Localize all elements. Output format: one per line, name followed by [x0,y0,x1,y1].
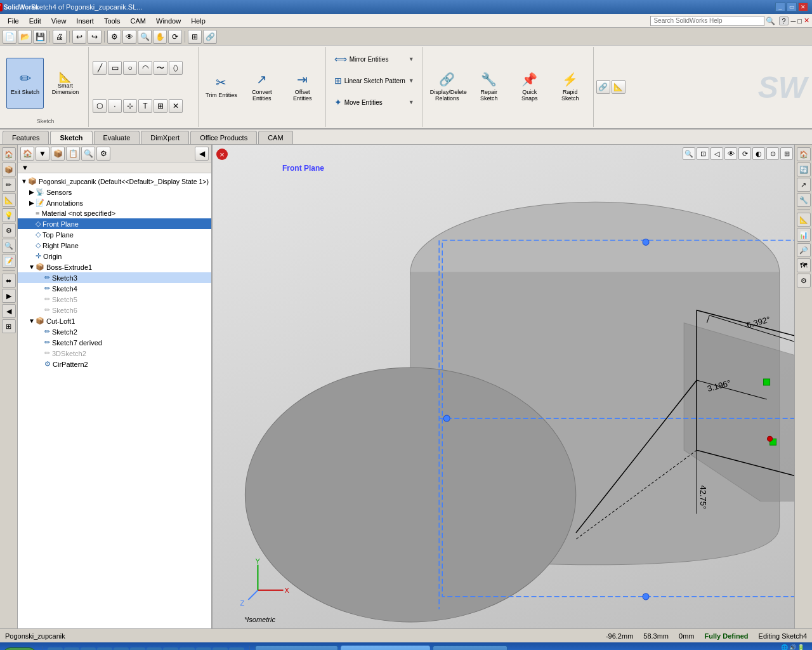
panel-btn-6[interactable]: ⚙ [2,223,16,237]
panel-btn-11[interactable]: ◀ [2,304,16,318]
vp-render-btn[interactable]: ⊙ [766,147,779,160]
tree-item-sketch7-derived[interactable]: ▶ ✏ Sketch7 derived [18,337,211,348]
vp-orient-btn[interactable]: ⟳ [738,147,751,160]
tree-item-sketch3[interactable]: ▶ ✏ Sketch3 [18,272,211,283]
right-btn-8[interactable]: 🗺 [797,258,811,272]
rectangle-button[interactable]: ▭ [108,61,122,75]
vp-view-btn[interactable]: 👁 [724,147,737,160]
move-entities-button[interactable]: ✦ Move Entities ▼ [330,93,419,112]
tree-item-boss-extrude1[interactable]: ▼ 📦 Boss-Extrude1 [18,262,211,272]
viewport-close-button[interactable]: × [216,149,228,160]
convert-entities-button[interactable]: ↗ Convert Entities [243,62,281,112]
relations-btn[interactable]: 🔗 [596,80,610,94]
tree-icon-btn2[interactable]: 📋 [66,147,80,161]
vp-prev-btn[interactable]: ◁ [710,147,723,160]
minimize-button[interactable]: _ [775,3,785,11]
tree-icon-btn3[interactable]: 🔍 [81,147,95,161]
pan-button[interactable]: ✋ [153,30,167,44]
tab-features[interactable]: Features [3,131,49,144]
viewport[interactable]: × Front Plane [213,145,812,628]
tab-cam[interactable]: CAM [258,131,292,144]
help-icon[interactable]: ? [779,17,788,25]
window-controls[interactable]: _ ▭ ✕ [775,3,808,11]
rapid-sketch-button[interactable]: ⚡ Rapid Sketch [551,62,589,112]
panel-btn-12[interactable]: ⊞ [2,319,16,333]
tree-item-sketch4[interactable]: ▶ ✏ Sketch4 [18,283,211,294]
tree-home-btn[interactable]: 🏠 [20,147,34,161]
open-button[interactable]: 📂 [18,30,32,44]
tree-item-front-plane[interactable]: ▶ ◇ Front Plane [18,218,211,229]
tree-item-3dsketch2[interactable]: ▶ ✏ 3DSketch2 [18,348,211,359]
tab-dimxpert[interactable]: DimXpert [141,131,189,144]
right-btn-1[interactable]: 🏠 [797,147,811,161]
tree-item-material[interactable]: ▶ ≡ Material <not specified> [18,208,211,218]
right-btn-3[interactable]: ↗ [797,178,811,192]
tree-item-annotations[interactable]: ▶ 📝 Annotations [18,197,211,208]
tab-sketch[interactable]: Sketch [50,131,92,144]
minimize-icon[interactable]: ─ [791,17,796,25]
taskbar-icon-5[interactable]: 📊 [114,647,129,650]
right-btn-5[interactable]: 📐 [797,213,811,227]
panel-btn-5[interactable]: 💡 [2,208,16,222]
close-x-icon[interactable]: ✕ [804,17,809,25]
cut-loft1-expand[interactable]: ▼ [28,317,36,324]
tree-item-origin[interactable]: ▶ ✛ Origin [18,251,211,262]
zoom-button[interactable]: 🔍 [138,30,152,44]
panel-btn-7[interactable]: 🔍 [2,239,16,253]
tree-item-sketch6[interactable]: ▶ ✏ Sketch6 [18,305,211,315]
view-button[interactable]: 👁 [122,30,136,44]
taskbar-icon-12[interactable]: 🔊 [229,647,244,650]
tree-icon-btn1[interactable]: 📦 [51,147,65,161]
feature-tree[interactable]: ▼ 📦 Pogonski_zupcanik (Default<<Default>… [18,173,211,628]
panel-btn-8[interactable]: 📝 [2,254,16,268]
menu-file[interactable]: File [3,16,24,26]
menu-tools[interactable]: Tools [99,16,126,26]
offset-entities-button[interactable]: ⇥ Offset Entities [284,62,322,112]
print-button[interactable]: 🖨 [53,30,67,44]
dimension-btn[interactable]: 📐 [612,80,625,94]
mirror-entities-button[interactable]: ⟺ Mirror Entities ▼ [330,50,419,69]
panel-btn-1[interactable]: 🏠 [2,147,16,161]
taskbar-icon-1[interactable]: 🖥 [48,647,63,650]
mirror-dropdown-icon[interactable]: ▼ [409,56,414,62]
right-btn-4[interactable]: 🔧 [797,193,811,207]
centerline-button[interactable]: ⊹ [123,99,137,113]
annotations-expand[interactable]: ▶ [28,199,36,206]
sensors-expand[interactable]: ▶ [28,189,36,196]
taskbar-icon-11[interactable]: 📱 [213,647,228,650]
restore-button[interactable]: ▭ [787,3,797,11]
menu-cam[interactable]: CAM [126,16,151,26]
point-button[interactable]: · [108,99,122,113]
taskbar-icon-9[interactable]: 💻 [180,647,195,650]
menu-help[interactable]: Help [186,16,211,26]
tree-filter-btn[interactable]: ▼ [36,147,49,161]
circle-button[interactable]: ○ [123,61,137,75]
snap-button[interactable]: 🔗 [203,30,217,44]
taskbar-icon-8[interactable]: 🔒 [163,647,178,650]
polygon-button[interactable]: ⬡ [93,99,107,113]
text-button[interactable]: T [138,99,152,113]
tree-item-top-plane[interactable]: ▶ ◇ Top Plane [18,229,211,240]
tab-evaluate[interactable]: Evaluate [94,131,140,144]
tree-icon-btn4[interactable]: ⚙ [96,147,110,161]
trim-entities-button[interactable]: ✂ Trim Entities [202,62,240,112]
search-box[interactable]: 🔍 ? ─ □ ✕ [650,16,809,26]
right-btn-2[interactable]: 🔄 [797,162,811,176]
linear-sketch-pattern-button[interactable]: ⊞ Linear Sketch Pattern ▼ [330,71,419,90]
root-expand[interactable]: ▼ [20,178,28,185]
smart-dimension-button[interactable]: 📐 Smart Dimension [46,71,84,95]
right-btn-7[interactable]: 🔎 [797,243,811,257]
menu-window[interactable]: Window [151,16,186,26]
spline-button[interactable]: 〜 [154,61,167,75]
taskbar-icon-7[interactable]: 📧 [147,647,162,650]
grid-button[interactable]: ⊞ [188,30,202,44]
taskbar-icon-10[interactable]: 🖨 [196,647,211,650]
close-button[interactable]: ✕ [798,3,808,11]
options-button[interactable]: ⚙ [107,30,121,44]
tree-item-sensors[interactable]: ▶ 📡 Sensors [18,187,211,197]
taskbar-icon-3[interactable]: 📁 [81,647,96,650]
taskbar-btn-paint[interactable]: 🎨 Pog_2.JPG - Paint [433,646,508,650]
vp-zoom-btn[interactable]: 🔍 [683,147,695,160]
vp-zoomfit-btn[interactable]: ⊡ [697,147,709,160]
taskbar-icon-4[interactable]: ⚙ [97,647,112,650]
